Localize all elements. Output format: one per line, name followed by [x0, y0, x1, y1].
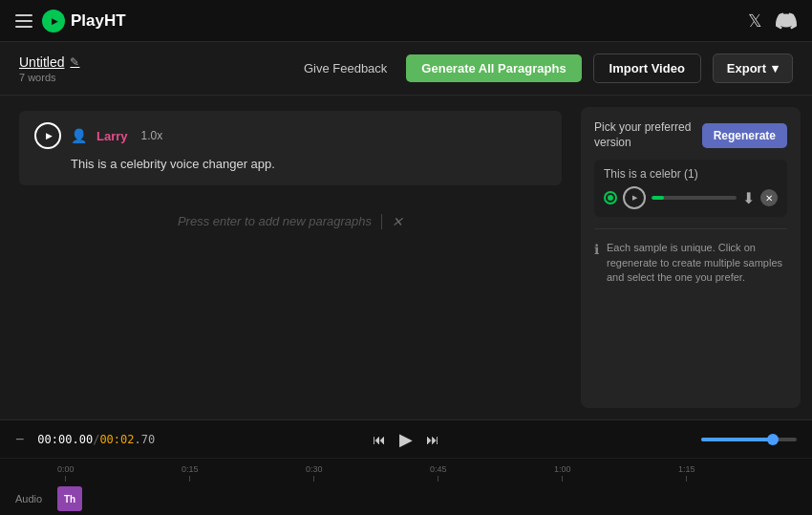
ruler-marks: 0:00 0:15 0:30 0:45 1:00 1:15 — [57, 459, 812, 482]
toolbar-left: Untitled ✎ 7 words — [19, 54, 79, 83]
toolbar-actions: Give Feedback Generate All Paragraphs Im… — [296, 54, 793, 83]
total-time: 00:02.70 — [99, 433, 155, 446]
top-nav: PlayHT 𝕏 — [0, 0, 812, 42]
volume-slider[interactable] — [701, 438, 797, 441]
speed-badge: 1.0x — [141, 129, 163, 142]
sample-progress-bar[interactable] — [652, 196, 737, 200]
doc-title-text: Untitled — [19, 54, 64, 70]
volume-thumb — [767, 434, 779, 445]
editor-area: 👤 Larry 1.0x This is a celebrity voice c… — [0, 96, 581, 419]
preferred-label: Pick your preferred version — [594, 120, 691, 150]
ruler-mark-4: 1:00 — [554, 464, 571, 482]
logo: PlayHT — [42, 10, 126, 32]
add-paragraph-placeholder[interactable]: Press enter to add new paragraphs — [178, 214, 372, 228]
sample-progress-fill — [652, 196, 664, 200]
track-label: Audio — [0, 493, 57, 504]
sample-label: This is a celebr (1) — [604, 167, 778, 181]
timeline: − 00:00.00 / 00:02.70 ⏮ ▶ ⏭ 0:00 — [0, 419, 812, 515]
generate-button[interactable]: Generate All Paragraphs — [406, 54, 581, 82]
add-paragraph-row: Press enter to add new paragraphs ✕ — [19, 195, 562, 248]
time-display: 00:00.00 / 00:02.70 — [37, 433, 155, 446]
discord-icon[interactable] — [776, 11, 797, 32]
regenerate-button[interactable]: Regenerate — [702, 123, 787, 148]
sample-controls: ⬇ ✕ — [604, 186, 778, 209]
ruler-mark-1: 0:15 — [182, 464, 199, 482]
timeline-controls: − 00:00.00 / 00:02.70 ⏮ ▶ ⏭ — [0, 420, 812, 459]
doc-title[interactable]: Untitled ✎ — [19, 54, 79, 70]
export-chevron-icon: ▾ — [772, 61, 779, 75]
feedback-button[interactable]: Give Feedback — [296, 61, 395, 75]
export-label: Export — [727, 61, 766, 75]
skip-back-button[interactable]: ⏮ — [371, 430, 388, 449]
sample-play-button[interactable] — [623, 186, 646, 209]
logo-text: PlayHT — [71, 11, 126, 31]
paragraph-block: 👤 Larry 1.0x This is a celebrity voice c… — [19, 111, 562, 185]
logo-icon — [42, 10, 65, 32]
add-paragraph-close-icon[interactable]: ✕ — [392, 214, 403, 229]
voice-name[interactable]: Larry — [96, 129, 128, 143]
nav-left: PlayHT — [15, 10, 126, 32]
timeline-ruler: 0:00 0:15 0:30 0:45 1:00 1:15 — [0, 459, 812, 482]
info-text: Each sample is unique. Click on regenera… — [607, 241, 787, 285]
play-pause-button[interactable]: ▶ — [397, 427, 415, 452]
twitter-icon[interactable]: 𝕏 — [748, 11, 762, 32]
toolbar: Untitled ✎ 7 words Give Feedback Generat… — [0, 42, 812, 96]
ruler-mark-5: 1:15 — [678, 464, 695, 482]
volume-control — [701, 438, 797, 441]
ruler-mark-3: 0:45 — [430, 464, 447, 482]
panel-divider — [594, 228, 787, 229]
track-content: Th — [57, 484, 812, 513]
para-header: 👤 Larry 1.0x — [34, 122, 546, 149]
edit-icon: ✎ — [70, 55, 79, 69]
add-paragraph-divider — [381, 214, 382, 229]
export-button[interactable]: Export ▾ — [713, 54, 793, 83]
transport-controls: ⏮ ▶ ⏭ — [371, 427, 441, 452]
sample-close-button[interactable]: ✕ — [760, 189, 778, 206]
zoom-out-icon[interactable]: − — [15, 431, 24, 448]
ruler-mark-2: 0:30 — [306, 464, 323, 482]
timeline-tracks: Audio Th — [0, 482, 812, 515]
audio-clip[interactable]: Th — [57, 486, 82, 511]
sample-item: This is a celebr (1) ⬇ ✕ — [594, 160, 787, 217]
sample-download-icon[interactable]: ⬇ — [742, 189, 755, 207]
para-play-button[interactable] — [34, 122, 61, 149]
import-button[interactable]: Import Video — [593, 54, 701, 83]
ruler-mark-0: 0:00 — [57, 464, 75, 482]
menu-icon[interactable] — [15, 14, 32, 28]
main-content: 👤 Larry 1.0x This is a celebrity voice c… — [0, 96, 812, 419]
side-panel: Pick your preferred version Regenerate T… — [581, 107, 801, 408]
volume-fill — [701, 438, 773, 441]
skip-forward-button[interactable]: ⏭ — [424, 430, 441, 449]
word-count: 7 words — [19, 72, 79, 83]
sample-radio[interactable] — [604, 191, 617, 204]
nav-right: 𝕏 — [748, 11, 797, 32]
voice-icon: 👤 — [71, 128, 87, 143]
info-box: ℹ Each sample is unique. Click on regene… — [594, 241, 787, 285]
current-time: 00:00.00 — [37, 433, 93, 446]
para-text[interactable]: This is a celebrity voice changer app. — [34, 155, 546, 174]
side-panel-header: Pick your preferred version Regenerate — [594, 120, 787, 150]
info-icon: ℹ — [594, 242, 599, 257]
